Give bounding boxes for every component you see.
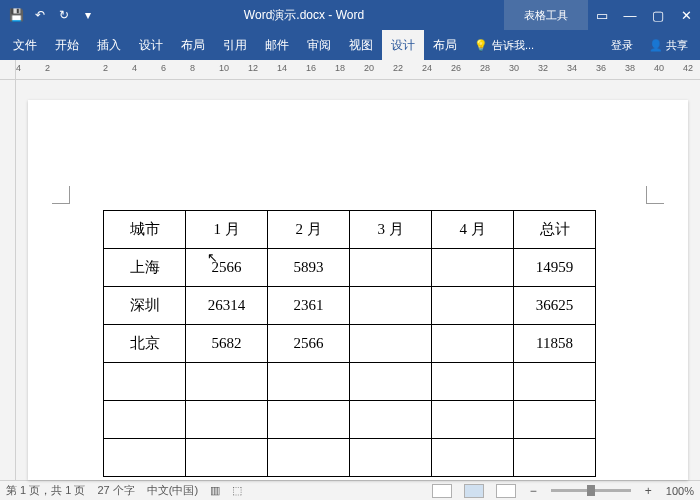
tab-home[interactable]: 开始 (46, 30, 88, 60)
table-header-cell[interactable]: 总计 (514, 211, 596, 249)
table-cell[interactable]: 2566 (268, 325, 350, 363)
status-bar: 第 1 页，共 1 页 27 个字 中文(中国) ▥ ⬚ − + 100% (0, 480, 700, 500)
close-icon[interactable]: ✕ (672, 0, 700, 30)
contextual-tab-label: 表格工具 (504, 0, 588, 30)
table-cell[interactable]: 深圳 (104, 287, 186, 325)
table-cell[interactable] (432, 325, 514, 363)
table-cell[interactable]: 11858 (514, 325, 596, 363)
login-button[interactable]: 登录 (603, 38, 641, 53)
tab-view[interactable]: 视图 (340, 30, 382, 60)
table-cell[interactable] (432, 363, 514, 401)
table-cell[interactable] (514, 439, 596, 477)
tab-design[interactable]: 设计 (130, 30, 172, 60)
ruler-tick: 18 (335, 63, 345, 73)
ruler-tick: 20 (364, 63, 374, 73)
tab-file[interactable]: 文件 (4, 30, 46, 60)
table-cell[interactable]: 26314 (186, 287, 268, 325)
margin-mark-tl (52, 186, 70, 204)
table-row[interactable] (104, 401, 596, 439)
table-cell[interactable] (104, 439, 186, 477)
table-header-cell[interactable]: 城市 (104, 211, 186, 249)
undo-icon[interactable]: ↶ (32, 7, 48, 23)
zoom-out-icon[interactable]: − (528, 484, 539, 498)
ruler-tick: 36 (596, 63, 606, 73)
zoom-in-icon[interactable]: + (643, 484, 654, 498)
table-cell[interactable] (104, 363, 186, 401)
table-cell[interactable] (432, 439, 514, 477)
tell-me-search[interactable]: 💡 告诉我... (466, 38, 603, 53)
table-cell[interactable]: 上海 (104, 249, 186, 287)
zoom-thumb[interactable] (587, 485, 595, 496)
table-cell[interactable] (350, 287, 432, 325)
table-header-cell[interactable]: 2 月 (268, 211, 350, 249)
qat-dropdown-icon[interactable]: ▾ (80, 7, 96, 23)
table-cell[interactable] (186, 401, 268, 439)
table-cell[interactable] (350, 439, 432, 477)
horizontal-ruler[interactable]: 4224681012141618202224262830323436384042 (0, 60, 700, 80)
share-icon: 👤 (649, 39, 663, 52)
table-cell[interactable] (350, 325, 432, 363)
table-header-cell[interactable]: 3 月 (350, 211, 432, 249)
tab-mailings[interactable]: 邮件 (256, 30, 298, 60)
ruler-tick: 16 (306, 63, 316, 73)
status-language[interactable]: 中文(中国) (147, 483, 198, 498)
record-icon[interactable]: ⬚ (232, 484, 242, 497)
view-print-icon[interactable] (464, 484, 484, 498)
table-cell[interactable] (350, 401, 432, 439)
status-page[interactable]: 第 1 页，共 1 页 (6, 483, 85, 498)
save-icon[interactable]: 💾 (8, 7, 24, 23)
share-button[interactable]: 👤 共享 (641, 38, 696, 53)
table-cell[interactable] (268, 439, 350, 477)
view-read-icon[interactable] (432, 484, 452, 498)
table-cell[interactable] (186, 439, 268, 477)
table-cell[interactable] (432, 401, 514, 439)
document-title: Word演示.docx - Word (104, 7, 504, 24)
ruler-tick: 14 (277, 63, 287, 73)
tab-review[interactable]: 审阅 (298, 30, 340, 60)
table-cell[interactable]: 北京 (104, 325, 186, 363)
table-row[interactable]: 上海2566589314959 (104, 249, 596, 287)
table-cell[interactable] (186, 363, 268, 401)
zoom-level[interactable]: 100% (666, 485, 694, 497)
table-cell[interactable]: 5682 (186, 325, 268, 363)
table-cell[interactable] (514, 401, 596, 439)
ribbon-options-icon[interactable]: ▭ (588, 0, 616, 30)
table-cell[interactable] (268, 401, 350, 439)
book-icon[interactable]: ▥ (210, 484, 220, 497)
table-cell[interactable]: 2566 (186, 249, 268, 287)
maximize-icon[interactable]: ▢ (644, 0, 672, 30)
table-row[interactable] (104, 439, 596, 477)
table-cell[interactable] (350, 249, 432, 287)
status-word-count[interactable]: 27 个字 (97, 483, 134, 498)
ruler-tick: 32 (538, 63, 548, 73)
ruler-corner (0, 60, 16, 79)
table-cell[interactable] (514, 363, 596, 401)
data-table[interactable]: 城市1 月2 月3 月4 月总计上海2566589314959深圳2631423… (103, 210, 596, 477)
window-controls: ▭ — ▢ ✕ (588, 0, 700, 30)
table-cell[interactable] (104, 401, 186, 439)
tab-references[interactable]: 引用 (214, 30, 256, 60)
tab-insert[interactable]: 插入 (88, 30, 130, 60)
tab-table-layout[interactable]: 布局 (424, 30, 466, 60)
table-cell[interactable]: 2361 (268, 287, 350, 325)
table-row[interactable] (104, 363, 596, 401)
table-cell[interactable]: 14959 (514, 249, 596, 287)
table-cell[interactable] (432, 287, 514, 325)
table-cell[interactable] (432, 249, 514, 287)
zoom-slider[interactable] (551, 489, 631, 492)
view-web-icon[interactable] (496, 484, 516, 498)
table-row[interactable]: 北京5682256611858 (104, 325, 596, 363)
tab-table-design[interactable]: 设计 (382, 30, 424, 60)
tab-layout[interactable]: 布局 (172, 30, 214, 60)
table-header-cell[interactable]: 4 月 (432, 211, 514, 249)
table-row[interactable]: 深圳26314236136625 (104, 287, 596, 325)
table-header-cell[interactable]: 1 月 (186, 211, 268, 249)
document-page[interactable]: 城市1 月2 月3 月4 月总计上海2566589314959深圳2631423… (28, 100, 688, 480)
redo-icon[interactable]: ↻ (56, 7, 72, 23)
minimize-icon[interactable]: — (616, 0, 644, 30)
table-cell[interactable]: 5893 (268, 249, 350, 287)
table-cell[interactable] (268, 363, 350, 401)
table-cell[interactable]: 36625 (514, 287, 596, 325)
vertical-ruler[interactable] (0, 80, 16, 480)
table-cell[interactable] (350, 363, 432, 401)
